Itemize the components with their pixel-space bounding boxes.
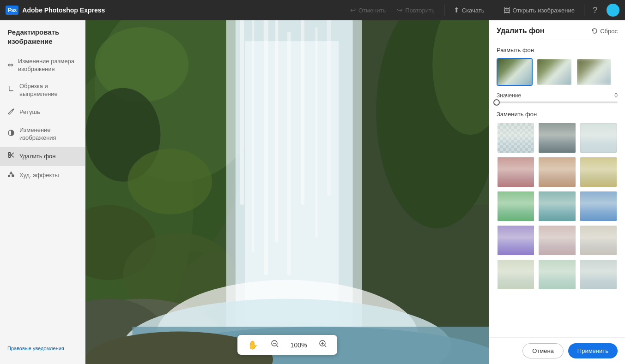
- blur-option-none[interactable]: [497, 58, 533, 86]
- sidebar-item-effects[interactable]: Худ. эффекты: [0, 166, 85, 185]
- app-logo: Psx Adobe Photoshop Express: [6, 6, 105, 15]
- blur-slider-track: [497, 101, 618, 103]
- avatar[interactable]: [607, 4, 619, 17]
- bg-blue-option[interactable]: [579, 191, 618, 222]
- blur-options: [497, 58, 618, 86]
- sidebar-item-resize[interactable]: ⇔ Изменение размера изображения: [0, 53, 85, 78]
- separator-1: [444, 5, 444, 16]
- svg-rect-27: [287, 32, 291, 275]
- svg-point-4: [8, 155, 11, 158]
- undo-button[interactable]: ↩ Отменить: [346, 3, 390, 17]
- slider-value: 0: [614, 92, 618, 99]
- pan-tool-button[interactable]: ✋: [245, 339, 261, 351]
- blur-option-heavy[interactable]: [576, 58, 612, 86]
- app-title: Adobe Photoshop Express: [22, 6, 105, 14]
- sidebar-item-retouch[interactable]: Ретушь: [0, 103, 85, 122]
- bg-peach-option[interactable]: [579, 225, 618, 256]
- bg-purple-option[interactable]: [497, 225, 535, 256]
- svg-rect-0: [9, 86, 10, 90]
- main-layout: Редактировать изображение ⇔ Изменение ра…: [0, 20, 625, 364]
- sidebar-item-adjust[interactable]: Изменение изображения: [0, 122, 85, 147]
- svg-rect-1: [9, 90, 13, 91]
- bg-red-option[interactable]: [497, 156, 535, 188]
- download-button[interactable]: ⬆ Скачать: [449, 3, 489, 17]
- adjust-icon: [7, 129, 15, 139]
- svg-rect-26: [275, 20, 278, 243]
- bg-green-option[interactable]: [497, 191, 535, 222]
- sidebar-item-label: Изменение размера изображения: [18, 58, 78, 73]
- sidebar-item-label: Ретушь: [19, 108, 40, 116]
- canvas-area[interactable]: ✋ 100%: [85, 20, 489, 364]
- redo-button[interactable]: ↪ Повторить: [392, 3, 439, 17]
- header: Psx Adobe Photoshop Express ↩ Отменить ↪…: [0, 0, 625, 20]
- zoom-out-button[interactable]: [268, 339, 282, 351]
- effects-icon: [7, 171, 15, 181]
- svg-rect-24: [252, 20, 254, 252]
- svg-point-7: [12, 174, 14, 177]
- sidebar-item-crop[interactable]: Обрезка и выпрямление: [0, 78, 85, 103]
- right-panel-header: Удалить фон Сброс: [489, 20, 625, 40]
- slider-row: Значение 0: [497, 92, 618, 99]
- apply-button[interactable]: Применить: [568, 343, 618, 358]
- svg-rect-25: [264, 20, 268, 275]
- sidebar-item-label: Удалить фон: [19, 153, 55, 161]
- retouch-icon: [7, 107, 15, 118]
- canvas-toolbar: ✋ 100%: [237, 335, 337, 355]
- right-panel-footer: Отмена Применить: [489, 337, 625, 364]
- bg-transparent-option[interactable]: [497, 122, 535, 154]
- resize-icon: ⇔: [7, 60, 13, 70]
- right-panel-content: Размыть фон Значение 0: [489, 40, 625, 337]
- sidebar-item-label: Худ. эффекты: [19, 172, 59, 179]
- download-icon: ⬆: [454, 6, 460, 14]
- sidebar-item-label: Обрезка и выпрямление: [19, 83, 78, 98]
- image-icon: 🖼: [504, 6, 510, 14]
- help-button[interactable]: ?: [589, 4, 601, 17]
- legal-notice-link[interactable]: Правовые уведомления: [0, 340, 85, 357]
- sidebar: Редактировать изображение ⇔ Изменение ра…: [0, 20, 85, 364]
- bg-lightyellow-option[interactable]: [497, 259, 535, 290]
- bg-pink-option[interactable]: [538, 225, 576, 256]
- separator-3: [584, 5, 584, 16]
- undo-icon: ↩: [350, 6, 356, 14]
- svg-line-41: [277, 346, 278, 347]
- blur-section-title: Размыть фон: [497, 47, 618, 54]
- reset-icon: [591, 28, 598, 34]
- reset-button[interactable]: Сброс: [591, 28, 618, 35]
- bg-black-option[interactable]: [538, 122, 576, 154]
- sidebar-item-label: Изменение изображения: [19, 126, 78, 142]
- open-image-button[interactable]: 🖼 Открыть изображение: [499, 4, 579, 17]
- slider-label: Значение: [497, 92, 521, 99]
- blur-slider-thumb[interactable]: [493, 99, 500, 106]
- bg-teal-option[interactable]: [538, 191, 576, 222]
- bg-lightgreen-option[interactable]: [538, 259, 576, 290]
- separator-2: [494, 5, 494, 16]
- svg-rect-30: [327, 20, 331, 196]
- bg-lightgray-option[interactable]: [579, 259, 618, 290]
- svg-marker-6: [9, 171, 13, 174]
- panel-title: Удалить фон: [497, 27, 544, 35]
- bg-orange-option[interactable]: [538, 156, 576, 188]
- scissors-icon: [7, 151, 15, 161]
- cancel-button[interactable]: Отмена: [522, 343, 564, 358]
- zoom-value: 100%: [289, 341, 309, 349]
- svg-rect-5: [8, 175, 10, 177]
- svg-point-15: [127, 149, 212, 215]
- svg-rect-28: [301, 20, 304, 205]
- bg-yellow-option[interactable]: [579, 156, 618, 188]
- zoom-in-button[interactable]: [316, 339, 330, 351]
- bg-white-option[interactable]: [579, 122, 618, 154]
- svg-rect-29: [315, 27, 317, 238]
- replace-section-title: Заменить фон: [497, 111, 618, 118]
- sidebar-title: Редактировать изображение: [0, 28, 85, 53]
- right-panel: Удалить фон Сброс Размыть фон: [489, 20, 625, 364]
- svg-point-13: [95, 27, 188, 102]
- logo-icon: Psx: [6, 6, 18, 15]
- header-actions: ↩ Отменить ↪ Повторить ⬆ Скачать 🖼 Откры…: [346, 3, 619, 17]
- redo-icon: ↪: [397, 6, 403, 14]
- svg-point-3: [8, 153, 11, 155]
- svg-line-45: [325, 346, 326, 347]
- blur-option-medium[interactable]: [536, 58, 572, 86]
- svg-rect-22: [245, 41, 339, 322]
- svg-rect-23: [240, 20, 244, 205]
- sidebar-item-removebg[interactable]: Удалить фон: [0, 147, 85, 166]
